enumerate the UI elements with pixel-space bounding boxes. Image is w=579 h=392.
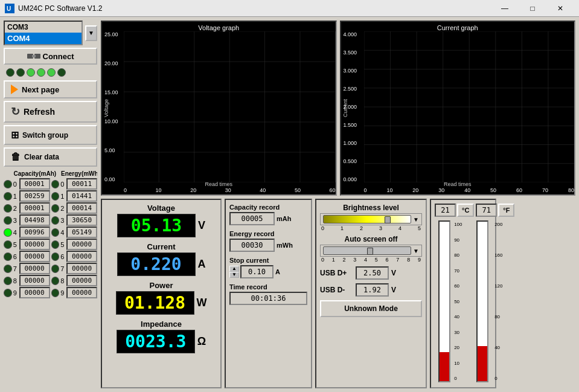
- switch-group-button[interactable]: ⊞ Switch group: [4, 125, 97, 145]
- ch-dot-cap-3: [4, 216, 12, 225]
- ch-num-en-2: 2: [60, 205, 65, 212]
- voltage-section: Voltage 05.13 V: [106, 204, 217, 237]
- ch-val-cap-2: 00001: [19, 202, 50, 214]
- usb-dp-label: USB D+: [320, 269, 353, 277]
- c-scale-70: 70: [454, 268, 462, 274]
- current-section: Current 0.220 A: [106, 242, 217, 276]
- volt-x-20: 20: [190, 187, 196, 193]
- c-scale-40: 40: [454, 314, 462, 320]
- current-label: Current: [147, 242, 176, 251]
- ch-dot-en-1: [51, 192, 60, 201]
- status-dot-4: [47, 68, 56, 77]
- power-label: Power: [149, 281, 173, 290]
- auto-screen-ticks: 0123456789: [320, 257, 422, 263]
- volt-y-10: 10.00: [104, 118, 121, 124]
- ch-num-en-1: 1: [60, 193, 65, 200]
- f-scale-80: 80: [494, 314, 502, 320]
- com4-option[interactable]: COM4: [5, 33, 82, 44]
- current-grid-svg: [364, 31, 575, 182]
- ch-num-cap-0: 0: [13, 181, 18, 188]
- next-page-button[interactable]: Next page: [4, 80, 97, 98]
- ch-val-cap-0: 00001: [19, 178, 50, 190]
- main-content: COM3 COM4 ▼ Connect Next pag: [0, 17, 579, 392]
- curr-y-15: 1.500: [344, 122, 363, 128]
- connect-button[interactable]: Connect: [4, 48, 97, 65]
- voltage-label: Voltage: [147, 204, 175, 213]
- status-dot-5: [57, 68, 66, 77]
- curr-y-05: 0.500: [344, 158, 363, 164]
- ch-num-cap-5: 5: [13, 241, 18, 248]
- ch-dot-cap-2: [4, 204, 12, 213]
- brightness-label: Brightness level: [320, 204, 422, 212]
- svg-text:U: U: [7, 5, 11, 12]
- clear-data-button[interactable]: 🗑 Clear data: [4, 147, 97, 167]
- volt-x-40: 40: [260, 187, 266, 193]
- refresh-button[interactable]: ↻ Refresh: [4, 101, 97, 123]
- channel-row-7: 7 00000 7 00000: [4, 263, 97, 274]
- usb-dm-unit: V: [391, 286, 396, 294]
- ch-val-en-2: 00014: [66, 202, 97, 214]
- ch-val-en-8: 00000: [66, 275, 97, 286]
- ch-num-cap-8: 8: [13, 277, 18, 284]
- volt-y-25: 25.00: [104, 31, 121, 37]
- ch-val-en-1: 01441: [66, 190, 97, 202]
- unknown-mode-button[interactable]: Unknown Mode: [320, 300, 422, 317]
- channel-row-1: 1 00259 1 01441: [4, 190, 97, 202]
- ch-val-cap-8: 00000: [19, 275, 50, 286]
- celsius-button[interactable]: °C: [457, 204, 474, 217]
- measurements-panel: Voltage 05.13 V Current 0.220 A Po: [101, 199, 222, 388]
- f-scale-0: 0: [494, 376, 502, 381]
- fahrenheit-button[interactable]: °F: [498, 204, 514, 217]
- auto-screen-off-section: Auto screen off ▼ 0123456789: [320, 235, 422, 263]
- usb-dm-row: USB D- 1.92 V: [320, 283, 422, 297]
- spinbox-up-button[interactable]: ▲: [229, 266, 239, 272]
- spinbox-buttons: ▲ ▼: [229, 266, 239, 278]
- usb-dp-unit: V: [391, 269, 396, 277]
- c-scale-10: 10: [454, 361, 462, 366]
- ch-dot-cap-1: [4, 192, 12, 201]
- ch-dot-en-8: [51, 277, 60, 285]
- auto-screen-off-slider-thumb[interactable]: [367, 248, 373, 255]
- current-unit: A: [198, 258, 206, 271]
- ch-dot-cap-9: [4, 289, 12, 297]
- volt-x-60: 60: [329, 187, 335, 193]
- com3-option[interactable]: COM3: [5, 22, 82, 33]
- close-button[interactable]: ✕: [546, 2, 574, 15]
- ch-val-cap-4: 00996: [19, 227, 50, 238]
- titlebar: U UM24C PC Software V1.2 — □ ✕: [0, 0, 579, 17]
- power-value: 01.128: [116, 291, 194, 315]
- ch-dot-en-0: [51, 180, 60, 188]
- volt-y-5: 5.00: [104, 147, 121, 153]
- brightness-dropdown-arrow: ▼: [413, 216, 419, 223]
- ch-val-cap-3: 04498: [19, 214, 50, 226]
- ch-val-en-5: 00000: [66, 239, 97, 250]
- time-record-value: 00:01:36: [229, 292, 307, 305]
- status-dot-0: [6, 68, 14, 77]
- volt-y-15: 15.00: [104, 89, 121, 95]
- c-scale-100: 100: [454, 222, 462, 227]
- curr-x-60: 60: [516, 187, 522, 193]
- ch-dot-en-6: [51, 252, 60, 261]
- minimize-button[interactable]: —: [491, 2, 519, 15]
- current-value: 0.220: [117, 252, 196, 276]
- curr-y-0: 0.000: [344, 176, 363, 182]
- ch-val-cap-6: 00000: [19, 251, 50, 262]
- curr-y-3: 3.000: [344, 68, 363, 74]
- instrument-row: Voltage 05.13 V Current 0.220 A Po: [101, 199, 575, 388]
- ch-val-en-6: 00000: [66, 251, 97, 262]
- svg-rect-4: [32, 55, 36, 57]
- spinbox-down-button[interactable]: ▼: [229, 272, 239, 278]
- stop-current-label: Stop current: [229, 257, 307, 264]
- ch-val-en-3: 30650: [66, 214, 97, 226]
- curr-y-25: 2.500: [344, 86, 363, 92]
- curr-x-80: 80: [568, 187, 574, 193]
- maximize-button[interactable]: □: [519, 2, 546, 15]
- port-dropdown-button[interactable]: ▼: [85, 25, 97, 41]
- records-panel: Capacity record 00005 mAh Energy record …: [225, 199, 312, 388]
- curr-x-70: 70: [542, 187, 548, 193]
- capacity-record-value: 00005: [229, 212, 275, 225]
- brightness-slider-thumb[interactable]: [385, 216, 391, 223]
- stop-current-value: 0.10: [240, 265, 274, 278]
- ch-num-cap-9: 9: [13, 289, 18, 297]
- status-dot-1: [16, 68, 25, 77]
